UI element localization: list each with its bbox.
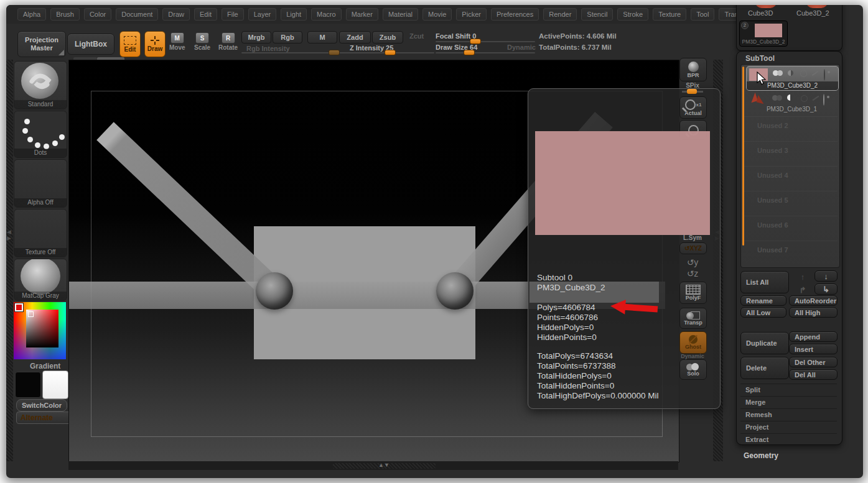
menu-item-texture[interactable]: Texture — [653, 8, 686, 21]
autoreorder-button[interactable]: AutoReorder — [789, 295, 838, 306]
section-merge[interactable]: Merge — [740, 396, 837, 407]
rename-button[interactable]: Rename — [740, 295, 786, 306]
menu-item-marker[interactable]: Marker — [346, 8, 378, 21]
subtool-row-unused[interactable]: Unused 2 — [757, 122, 788, 129]
subtool-row-unused[interactable]: Unused 4 — [757, 172, 788, 179]
menu-item-draw[interactable]: Draw — [162, 8, 190, 21]
ghost-button[interactable]: Ghost — [679, 331, 707, 354]
switch-color-button[interactable]: SwitchColor — [16, 399, 67, 412]
menu-item-macro[interactable]: Macro — [311, 8, 342, 21]
zadd-button[interactable]: Zadd — [339, 31, 371, 44]
subtool-moveup-button[interactable]: ↱ — [794, 285, 811, 295]
current-brush-button[interactable]: Standard — [14, 61, 67, 109]
menu-item-document[interactable]: Document — [116, 8, 158, 21]
section-split[interactable]: Split — [740, 384, 837, 395]
menu-item-brush[interactable]: Brush — [50, 8, 80, 21]
menu-item-layer[interactable]: Layer — [248, 8, 277, 21]
menu-item-alpha[interactable]: Alpha — [17, 8, 46, 21]
actual-size-button[interactable]: x1 Actual — [679, 96, 707, 119]
rotate-y-icon[interactable]: ↺y — [679, 257, 706, 267]
section-project[interactable]: Project — [740, 421, 837, 432]
gradient-label[interactable]: Gradient — [30, 362, 60, 370]
rotate-z-icon[interactable]: ↺z — [679, 269, 706, 278]
rotate-mode-button[interactable]: R Rotate — [218, 32, 238, 51]
menu-item-light[interactable]: Light — [281, 8, 307, 21]
subtool-row-unused[interactable]: Unused 3 — [757, 147, 788, 154]
contrast-toggle-icon[interactable] — [801, 95, 808, 102]
tool-tab-cube3d2[interactable]: Cube3D_2 — [796, 9, 829, 17]
menu-item-tool[interactable]: Tool — [691, 8, 714, 21]
subtool-movedown-button[interactable]: ↳ — [814, 283, 838, 295]
render-toggle2-icon[interactable] — [777, 95, 782, 101]
subtool-up-button[interactable]: ↑ — [794, 272, 811, 282]
geometry-section-label[interactable]: Geometry — [744, 451, 778, 460]
color-picker[interactable] — [14, 302, 66, 359]
del-all-button[interactable]: Del All — [789, 369, 838, 380]
move-mode-button[interactable]: M Move — [169, 32, 185, 51]
menu-item-stencil[interactable]: Stencil — [581, 8, 613, 21]
stroke-type-button[interactable]: Dots — [14, 111, 67, 158]
draw-mode-button[interactable]: Draw — [144, 31, 166, 57]
lightbox-button[interactable]: LightBox — [67, 34, 114, 55]
bpr-button[interactable]: BPR — [679, 58, 707, 81]
all-low-button[interactable]: All Low — [740, 307, 786, 318]
z-intensity-knob[interactable] — [385, 50, 396, 55]
edit-mode-button[interactable]: Edit — [119, 31, 141, 57]
render-toggle2-icon[interactable] — [777, 70, 783, 76]
texture-button[interactable]: Texture Off — [14, 209, 67, 257]
material-button[interactable]: MatCap Gray — [14, 259, 67, 301]
sxyz-button[interactable]: ↺XYZ — [679, 242, 707, 254]
subtool-down-button[interactable]: ↓ — [814, 270, 838, 282]
contrast-toggle-icon[interactable] — [800, 70, 807, 77]
mrgb-button[interactable]: Mrgb — [241, 31, 271, 44]
draw-size-knob[interactable] — [464, 50, 475, 55]
rgb-intensity-slider[interactable]: Rgb Intensity — [246, 45, 290, 52]
scale-mode-button[interactable]: S Scale — [194, 32, 210, 51]
list-all-button[interactable]: List All — [740, 271, 789, 293]
spix-knob[interactable] — [687, 89, 697, 94]
menu-item-stroke[interactable]: Stroke — [617, 8, 648, 21]
dynamic-toggle[interactable]: Dynamic — [507, 44, 536, 51]
menu-item-render[interactable]: Render — [543, 8, 577, 21]
menu-item-preferences[interactable]: Preferences — [491, 8, 539, 21]
subtool-row-unused[interactable]: Unused 7 — [757, 246, 788, 254]
visibility-eye-icon[interactable] — [823, 94, 824, 106]
insert-button[interactable]: Insert — [789, 344, 838, 354]
polyframe-button[interactable]: PolyF — [679, 282, 707, 304]
menu-item-movie[interactable]: Movie — [422, 8, 452, 21]
subtool-row[interactable]: PM3D_Cube3D_1 — [746, 91, 838, 116]
main-color-swatch[interactable] — [15, 372, 41, 398]
lsym-label[interactable]: L.Sym — [679, 234, 706, 241]
canvas-scroll-arrows-icon[interactable]: ▲▼ — [375, 462, 393, 469]
menu-item-material[interactable]: Material — [383, 8, 418, 21]
subtool-row-unused[interactable]: Unused 6 — [757, 221, 788, 229]
alpha-button[interactable]: Alpha Off — [14, 159, 67, 208]
solo-button[interactable]: Solo — [679, 359, 707, 380]
alternate-button[interactable]: Alternate — [16, 412, 71, 424]
menu-item-picker[interactable]: Picker — [456, 8, 487, 21]
subtool-panel-title[interactable]: SubTool — [745, 54, 775, 63]
menu-item-color[interactable]: Color — [84, 8, 111, 21]
polypaint-brush-icon[interactable] — [813, 96, 819, 101]
tool-tab-cube3d[interactable]: Cube3D — [748, 9, 773, 17]
left-tray-divider[interactable]: ◀▶ — [6, 60, 13, 461]
halftone-toggle-icon[interactable] — [787, 94, 793, 101]
menu-item-edit[interactable]: Edit — [194, 8, 217, 21]
del-other-button[interactable]: Del Other — [789, 357, 838, 367]
visibility-eye-icon[interactable] — [824, 69, 825, 81]
spix-slider-label[interactable]: SPix — [679, 82, 706, 89]
transparency-button[interactable]: Transp — [679, 308, 707, 329]
subtool-scrollbar[interactable] — [742, 67, 744, 246]
menu-item-file[interactable]: File — [222, 8, 244, 21]
zcut-button[interactable]: Zcut — [409, 32, 424, 40]
rgb-intensity-knob[interactable] — [329, 50, 340, 55]
subtool-row-unused[interactable]: Unused 5 — [757, 196, 788, 204]
rgb-button[interactable]: Rgb — [273, 31, 302, 44]
all-high-button[interactable]: All High — [789, 307, 838, 318]
halftone-toggle-icon[interactable] — [788, 70, 793, 76]
section-extract[interactable]: Extract — [740, 433, 837, 444]
delete-button[interactable]: Delete — [740, 357, 789, 379]
zsub-button[interactable]: Zsub — [372, 31, 403, 44]
secondary-color-swatch[interactable] — [42, 370, 68, 399]
current-tool-slot[interactable]: 2 PM3D_Cube3D_2 — [739, 21, 788, 47]
